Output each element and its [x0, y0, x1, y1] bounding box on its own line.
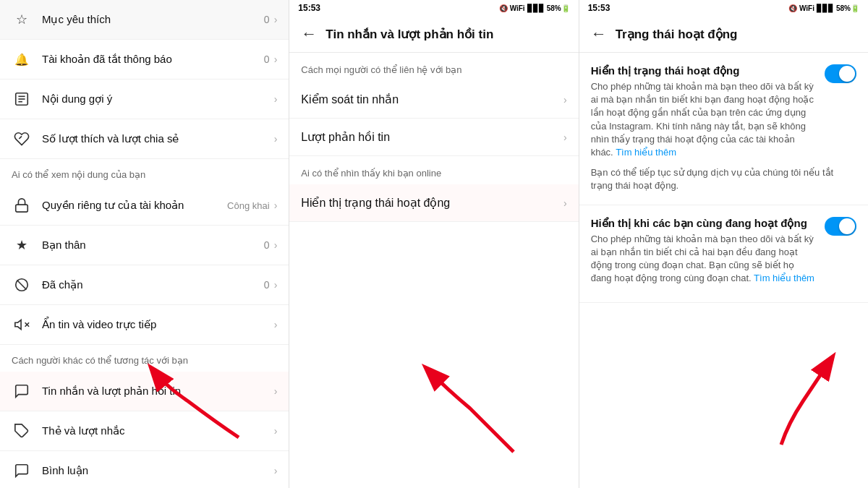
chevron-icon: ›	[274, 239, 278, 251]
svg-rect-5	[16, 205, 28, 212]
menu-label: Tài khoản đã tắt thông báo	[42, 53, 264, 66]
section-header-p2-2: Ai có thể nhìn thấy khi bạn online	[289, 156, 578, 184]
menu-label: Nội dung gợi ý	[42, 93, 274, 106]
menu-item-tai-khoan[interactable]: 🔔 Tài khoản đã tắt thông báo 0 ›	[0, 40, 289, 80]
mute-status-icon: 🔇	[788, 4, 797, 12]
menu-label: Bạn thân	[42, 239, 264, 252]
nav-luot-phan-hoi[interactable]: Lượt phản hồi tin ›	[289, 119, 578, 156]
star-filled-icon: ★	[12, 235, 32, 255]
chevron-icon: ›	[274, 319, 278, 330]
signal-icon: ▊▊▊	[817, 4, 834, 12]
section-header-3: Cách người khác có thể tương tác với bạn	[0, 345, 289, 372]
menu-count: 0	[264, 53, 270, 65]
panel3-header: ← Trạng thái hoạt động	[579, 16, 868, 53]
menu-label: Quyền riêng tư của tài khoản	[42, 199, 227, 212]
toggle-row-2: Hiển thị khi các bạn cùng đang hoạt động…	[591, 217, 856, 286]
menu-label: Tin nhắn và lượt phản hồi tin	[42, 385, 274, 398]
menu-count: 0	[264, 14, 270, 25]
panel-settings: ☆ Mục yêu thích 0 › 🔔 Tài khoản đã tắt t…	[0, 0, 289, 488]
mute-icon	[12, 314, 32, 335]
toggle-switch-1[interactable]	[825, 64, 856, 83]
nav-label: Lượt phản hồi tin	[301, 130, 563, 144]
menu-item-tin-nhan[interactable]: Tin nhắn và lượt phản hồi tin ›	[0, 372, 289, 411]
comment-icon	[12, 461, 32, 481]
messenger-icon	[12, 381, 32, 401]
toggle-desc-2: Cho phép những tài khoản mà bạn theo dõi…	[591, 233, 816, 286]
star-icon: ☆	[12, 9, 32, 30]
menu-item-the[interactable]: Thẻ và lượt nhắc ›	[0, 411, 289, 451]
wifi-icon: WiFi	[799, 4, 814, 12]
settings-menu: ☆ Mục yêu thích 0 › 🔔 Tài khoản đã tắt t…	[0, 0, 289, 488]
panel2-header: ← Tin nhắn và lượt phản hồi tin	[289, 16, 578, 53]
status-time: 15:53	[588, 3, 610, 13]
chevron-icon: ›	[274, 93, 278, 105]
chevron-icon: ›	[274, 279, 278, 291]
panel3-title: Trạng thái hoạt động	[616, 27, 738, 42]
learn-more-link-2[interactable]: Tìm hiểu thêm	[754, 273, 814, 283]
nav-kiem-soat[interactable]: Kiểm soát tin nhắn ›	[289, 81, 578, 119]
svg-line-7	[17, 281, 27, 290]
menu-item-binh-luan[interactable]: Bình luận ›	[0, 451, 289, 488]
menu-item-quyen-rieng-tu[interactable]: Quyền riêng tư của tài khoản Công khai ›	[0, 186, 289, 226]
chevron-icon: ›	[274, 465, 278, 476]
menu-item-muc-yeu-thich[interactable]: ☆ Mục yêu thích 0 ›	[0, 0, 289, 40]
menu-item-ban-than[interactable]: ★ Bạn thân 0 ›	[0, 226, 289, 265]
menu-label: Ẩn tin và video trực tiếp	[42, 318, 274, 331]
menu-label: Mục yêu thích	[42, 13, 264, 26]
menu-item-an-tin[interactable]: Ẩn tin và video trực tiếp ›	[0, 305, 289, 345]
menu-label: Bình luận	[42, 464, 274, 477]
tag-icon	[12, 421, 32, 441]
signal-icon: ▊▊▊	[527, 4, 545, 12]
menu-item-luot-thich[interactable]: Số lượt thích và lượt chia sẻ ›	[0, 119, 289, 159]
toggle-desc-1: Cho phép những tài khoản mà bạn theo dõi…	[591, 80, 816, 159]
toggle-text-1: Hiển thị trạng thái hoạt động Cho phép n…	[591, 64, 816, 159]
back-button[interactable]: ←	[591, 25, 607, 43]
back-button[interactable]: ←	[301, 25, 317, 43]
menu-count: 0	[264, 279, 270, 291]
chevron-icon: ›	[274, 53, 278, 65]
toggle-section-2: Hiển thị khi các bạn cùng đang hoạt động…	[579, 205, 868, 304]
menu-count: 0	[264, 239, 270, 251]
heart-icon	[12, 129, 32, 149]
toggle-switch-2[interactable]	[825, 217, 856, 236]
toggle-title-2: Hiển thị khi các bạn cùng đang hoạt động	[591, 217, 816, 230]
wifi-icon: WiFi	[510, 4, 525, 12]
nav-label: Kiểm soát tin nhắn	[301, 93, 563, 106]
chevron-icon: ›	[274, 133, 278, 145]
chevron-icon: ›	[563, 197, 567, 209]
lock-icon	[12, 195, 32, 215]
status-bar-3: 15:53 🔇 WiFi ▊▊▊ 58%🔋	[579, 0, 868, 16]
chevron-icon: ›	[274, 385, 278, 397]
mute-status-icon: 🔇	[499, 4, 508, 12]
chevron-icon: ›	[274, 14, 278, 25]
battery-icon: 58%🔋	[547, 4, 570, 12]
chevron-icon: ›	[274, 425, 278, 437]
toggle-title-1: Hiển thị trạng thái hoạt động	[591, 64, 816, 77]
menu-label: Thẻ và lượt nhắc	[42, 424, 274, 437]
menu-label: Số lượt thích và lượt chia sẻ	[42, 132, 274, 145]
nav-hien-thi-trang-thai[interactable]: Hiển thị trạng thái hoạt động ›	[289, 184, 578, 222]
status-icons: 🔇 WiFi ▊▊▊ 58%🔋	[499, 4, 570, 12]
learn-more-link-1[interactable]: Tìm hiểu thêm	[616, 147, 676, 158]
chevron-icon: ›	[274, 200, 278, 211]
status-bar-2: 15:53 🔇 WiFi ▊▊▊ 58%🔋	[289, 0, 578, 16]
panel-tin-nhan: 15:53 🔇 WiFi ▊▊▊ 58%🔋 ← Tin nhắn và lượt…	[289, 0, 579, 488]
menu-item-da-chan[interactable]: Đã chặn 0 ›	[0, 265, 289, 305]
toggle-text-2: Hiển thị khi các bạn cùng đang hoạt động…	[591, 217, 816, 286]
toggle-section-1: Hiển thị trạng thái hoạt động Cho phép n…	[579, 53, 868, 205]
status-icons: 🔇 WiFi ▊▊▊ 58%🔋	[788, 4, 859, 12]
toggle-row-1: Hiển thị trạng thái hoạt động Cho phép n…	[591, 64, 856, 159]
chevron-icon: ›	[563, 132, 567, 143]
menu-badge: Công khai	[227, 200, 270, 211]
note-text: Bạn có thể tiếp tục sử dụng dịch vụ của …	[591, 166, 856, 192]
battery-icon: 58%🔋	[836, 4, 859, 12]
section-header-2: Ai có thể xem nội dung của bạn	[0, 159, 289, 186]
svg-line-4	[19, 136, 22, 139]
menu-item-noi-dung[interactable]: Nội dung gợi ý ›	[0, 80, 289, 119]
clipboard-icon	[12, 89, 32, 109]
section-header-p2-1: Cách mọi người có thể liên hệ với bạn	[289, 53, 578, 81]
bell-icon: 🔔	[12, 49, 32, 69]
menu-label: Đã chặn	[42, 278, 264, 291]
panel-trang-thai: 15:53 🔇 WiFi ▊▊▊ 58%🔋 ← Trạng thái hoạt …	[579, 0, 868, 488]
block-icon	[12, 275, 32, 295]
